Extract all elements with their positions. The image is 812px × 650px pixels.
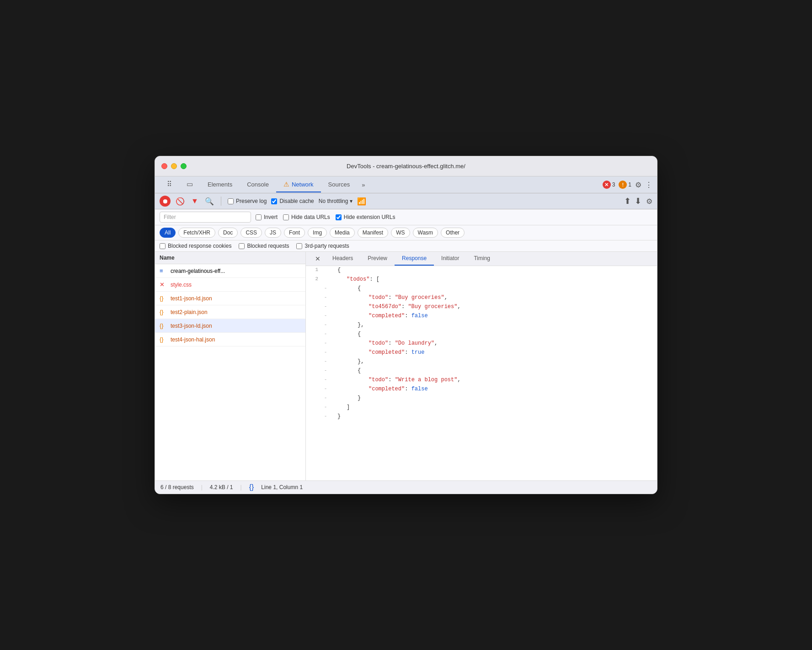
hide-data-urls-checkbox[interactable]: [283, 214, 289, 220]
line-dash-2: [322, 275, 329, 277]
hide-data-urls-text: Hide data URLs: [291, 214, 330, 220]
devtools-window: DevTools - cream-gelatinous-effect.glitc…: [155, 156, 657, 494]
controls-bar: ⏺ 🚫 ▼ 🔍 Preserve log Disable cache No th…: [155, 193, 657, 209]
tab-network[interactable]: ⚠ Network: [276, 177, 321, 192]
panel-tab-initiator[interactable]: Initiator: [434, 252, 466, 266]
line-num-12: [306, 367, 322, 368]
tab-more[interactable]: »: [357, 178, 369, 192]
code-text-4: "todo": "Buy groceries",: [336, 293, 657, 302]
import-icon[interactable]: ⬆: [624, 196, 631, 206]
resource-btn-manifest[interactable]: Manifest: [358, 228, 388, 238]
record-button[interactable]: ⏺: [160, 196, 171, 207]
filter-button[interactable]: ▼: [190, 196, 200, 206]
blocked-requests-label[interactable]: Blocked requests: [239, 243, 289, 249]
tab-device[interactable]: ▭: [179, 176, 200, 193]
panel-tab-preview[interactable]: Preview: [360, 252, 395, 266]
disable-cache-checkbox[interactable]: [271, 198, 277, 204]
file-item-test4-name: test4-json-hal.json: [171, 336, 215, 343]
file-list-header: Name: [155, 252, 305, 264]
hide-extension-urls-label[interactable]: Hide extension URLs: [336, 214, 395, 220]
blocked-cookies-checkbox[interactable]: [160, 243, 166, 249]
network-settings-icon[interactable]: ⚙: [646, 197, 652, 206]
panel-tab-headers[interactable]: Headers: [325, 252, 360, 266]
devtools-more-icon[interactable]: ⋮: [645, 181, 652, 189]
devtools-settings-icon[interactable]: ⚙: [635, 181, 641, 189]
titlebar: DevTools - cream-gelatinous-effect.glitc…: [155, 156, 657, 176]
resource-btn-css[interactable]: CSS: [240, 228, 262, 238]
line-dash-1: [322, 266, 329, 268]
resource-btn-all[interactable]: All: [160, 228, 176, 238]
resource-btn-img[interactable]: Img: [308, 228, 327, 238]
panel-tab-timing[interactable]: Timing: [466, 252, 497, 266]
panel-tab-response[interactable]: Response: [395, 252, 434, 266]
line-dash-10: -: [322, 348, 329, 356]
line-dash-17: -: [322, 412, 329, 420]
resource-btn-media[interactable]: Media: [330, 228, 355, 238]
third-party-checkbox[interactable]: [296, 243, 302, 249]
throttle-arrow-icon: ▾: [350, 198, 353, 204]
invert-checkbox[interactable]: [256, 214, 262, 220]
hide-extension-urls-text: Hide extension URLs: [344, 214, 395, 220]
resource-btn-doc[interactable]: Doc: [218, 228, 238, 238]
format-icon[interactable]: {}: [249, 483, 254, 491]
traffic-lights: [161, 163, 187, 169]
resource-btn-other[interactable]: Other: [441, 228, 465, 238]
blocked-requests-checkbox[interactable]: [239, 243, 245, 249]
resource-btn-wasm[interactable]: Wasm: [413, 228, 438, 238]
network-conditions-icon[interactable]: 📶: [357, 197, 366, 206]
file-item-main-name: cream-gelatinous-eff...: [171, 268, 225, 274]
response-content[interactable]: 1 { 2 "todos": [ - {: [306, 266, 657, 480]
blocked-cookies-label[interactable]: Blocked response cookies: [160, 243, 231, 249]
file-item-main[interactable]: ≡ cream-gelatinous-eff...: [155, 264, 305, 278]
throttle-select[interactable]: No throttling ▾: [319, 198, 353, 204]
error-count-red-label: 3: [612, 181, 615, 188]
code-line-9: - "todo": "Do laundry",: [306, 339, 657, 348]
code-line-8: - {: [306, 330, 657, 339]
resource-btn-font[interactable]: Font: [284, 228, 305, 238]
preserve-log-label[interactable]: Preserve log: [228, 198, 267, 204]
tab-cursor[interactable]: ⠿: [160, 176, 179, 193]
invert-label[interactable]: Invert: [256, 214, 278, 220]
clear-button[interactable]: 🚫: [175, 196, 185, 206]
statusbar-sep-2: |: [240, 484, 242, 490]
tab-console[interactable]: Console: [240, 177, 276, 192]
file-item-test1[interactable]: {} test1-json-ld.json: [155, 292, 305, 305]
line-num-14: [306, 385, 322, 387]
preserve-log-checkbox[interactable]: [228, 198, 234, 204]
resource-btn-js[interactable]: JS: [265, 228, 281, 238]
tab-sources[interactable]: Sources: [321, 177, 358, 192]
file-list: Name ≡ cream-gelatinous-eff... ✕ style.c…: [155, 252, 306, 480]
hide-data-urls-label[interactable]: Hide data URLs: [283, 214, 330, 220]
maximize-button[interactable]: [181, 163, 187, 169]
file-item-test2[interactable]: {} test2-plain.json: [155, 305, 305, 319]
minimize-button[interactable]: [171, 163, 177, 169]
file-item-test4[interactable]: {} test4-json-hal.json: [155, 333, 305, 346]
tab-elements[interactable]: Elements: [200, 177, 240, 192]
search-button[interactable]: 🔍: [204, 196, 214, 206]
close-button[interactable]: [161, 163, 167, 169]
size-status: 4.2 kB / 1: [210, 484, 233, 490]
line-dash-5: -: [322, 303, 329, 310]
line-num-1: 1: [306, 266, 322, 273]
disable-cache-label[interactable]: Disable cache: [271, 198, 314, 204]
file-item-test3[interactable]: {} test3-json-ld.json: [155, 319, 305, 333]
window-title: DevTools - cream-gelatinous-effect.glitc…: [347, 163, 465, 170]
panel-close-button[interactable]: ✕: [310, 252, 325, 266]
json-icon-4: {}: [160, 336, 167, 343]
hide-extension-urls-checkbox[interactable]: [336, 214, 342, 220]
code-line-2: 2 "todos": [: [306, 275, 657, 284]
filter-input[interactable]: [160, 212, 251, 223]
position-status: Line 1, Column 1: [261, 484, 303, 490]
export-icon[interactable]: ⬇: [635, 196, 641, 206]
invert-text: Invert: [264, 214, 278, 220]
file-item-style[interactable]: ✕ style.css: [155, 278, 305, 292]
doc-icon: ≡: [160, 267, 167, 274]
code-text-13: "todo": "Write a blog post",: [336, 376, 657, 384]
third-party-label[interactable]: 3rd-party requests: [296, 243, 349, 249]
code-text-14: "completed": false: [336, 385, 657, 393]
third-party-text: 3rd-party requests: [304, 243, 349, 249]
resource-btn-ws[interactable]: WS: [391, 228, 410, 238]
resource-btn-fetch[interactable]: Fetch/XHR: [178, 228, 215, 238]
line-num-3: [306, 284, 322, 286]
code-line-15: - }: [306, 394, 657, 403]
